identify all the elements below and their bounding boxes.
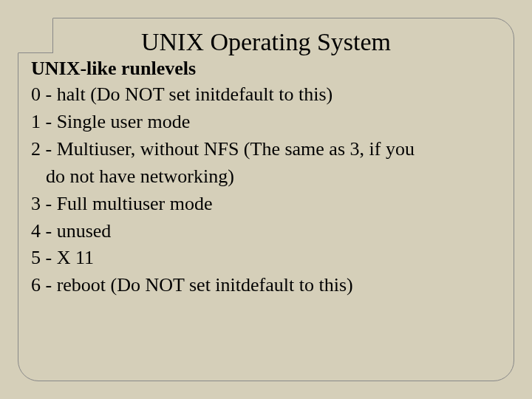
runlevel-list: 0 - halt (Do NOT set initdefault to this… [31, 81, 501, 299]
slide-subtitle: UNIX-like runlevels [31, 58, 501, 80]
runlevel-3: 3 - Full multiuser mode [31, 191, 501, 218]
runlevel-2-line1: 2 - Multiuser, without NFS (The same as … [31, 136, 501, 163]
runlevel-5: 5 - X 11 [31, 245, 501, 272]
runlevel-2-line2: do not have networking) [31, 163, 501, 191]
runlevel-1: 1 - Single user mode [31, 109, 501, 136]
runlevel-0: 0 - halt (Do NOT set initdefault to this… [31, 81, 501, 109]
slide-title: UNIX Operating System [31, 28, 501, 56]
slide-content: UNIX Operating System UNIX-like runlevel… [31, 28, 501, 299]
runlevel-4: 4 - unused [31, 218, 501, 245]
runlevel-6: 6 - reboot (Do NOT set initdefault to th… [31, 272, 501, 299]
